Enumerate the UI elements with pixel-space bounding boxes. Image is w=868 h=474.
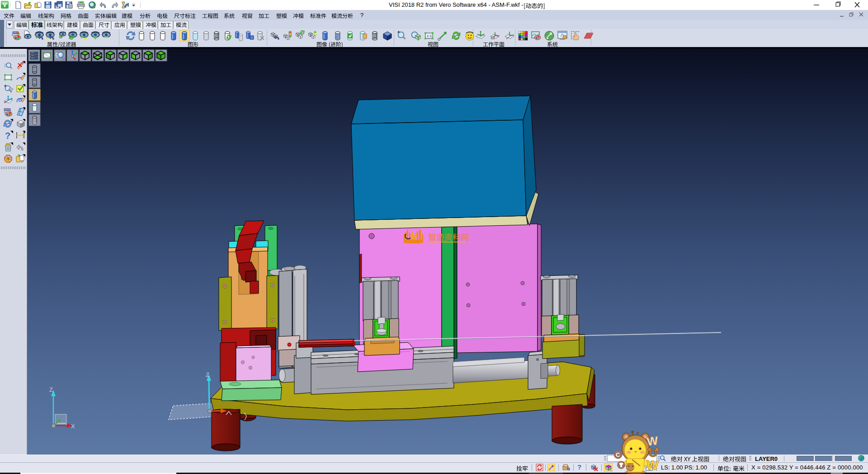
svg-text:Z: Z [206, 371, 209, 378]
svg-text:C: C [616, 451, 620, 458]
svg-text:W: W [646, 434, 659, 448]
svg-text:Z: Z [49, 386, 53, 393]
svg-text:1:1: 1:1 [427, 34, 432, 38]
svg-text:W: W [646, 458, 659, 473]
svg-text:O: O [649, 447, 657, 459]
svg-text:X: X [71, 423, 75, 430]
svg-text:?: ? [5, 131, 10, 140]
